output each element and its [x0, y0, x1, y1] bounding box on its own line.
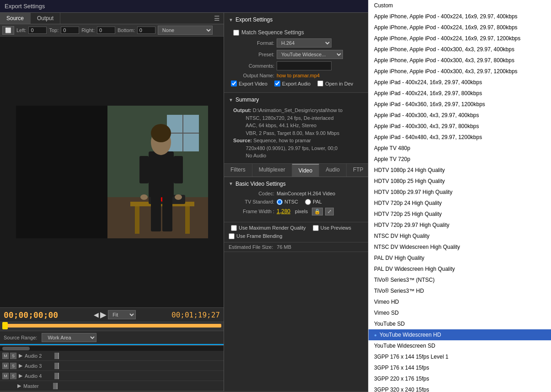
- track-row-audio2: M S ▶ Audio 2: [0, 351, 224, 361]
- preset-dropdown-item-23[interactable]: PAL DV High Quality: [369, 252, 551, 263]
- preset-dropdown-item-27[interactable]: Vimeo HD: [369, 296, 551, 307]
- track-solo-audio3[interactable]: S: [10, 363, 16, 369]
- frame-width-lock-button[interactable]: 🔒: [312, 208, 323, 215]
- preset-dropdown-item-6[interactable]: Apple iPhone, Apple iPod - 400x300, 4x3,…: [369, 66, 551, 77]
- track-label-audio3: ▶: [19, 363, 22, 369]
- preset-dropdown-item-18[interactable]: HDTV 720p 24 High Quality: [369, 198, 551, 209]
- horizontal-scrollbar[interactable]: [0, 345, 224, 351]
- preset-dropdown-item-2[interactable]: Apple iPhone, Apple iPod - 400x224, 16x9…: [369, 22, 551, 33]
- preset-dropdown-item-10[interactable]: Apple iPad - 400x300, 4x3, 29.97, 400kbp…: [369, 110, 551, 121]
- track-solo-audio2[interactable]: S: [10, 353, 16, 359]
- tab-source[interactable]: Source: [0, 13, 31, 24]
- preset-dropdown-item-5[interactable]: Apple iPhone, Apple iPod - 400x300, 4x3,…: [369, 55, 551, 66]
- top-input[interactable]: [61, 27, 79, 34]
- preset-dropdown-item-35[interactable]: 3GPP 320 x 240 15fps: [369, 384, 551, 392]
- tab-output[interactable]: Output: [31, 13, 60, 24]
- export-video-label: Export Video: [231, 81, 267, 86]
- source-info: Sequence, how to pramar: [253, 138, 311, 143]
- frame-width-value[interactable]: 1,280: [277, 208, 290, 215]
- expand-icon: ▼: [229, 17, 233, 22]
- ntsc-radio-label: NTSC: [277, 199, 298, 205]
- preset-dropdown-item-9[interactable]: Apple iPad - 640x360, 16x9, 29.97, 1200k…: [369, 99, 551, 110]
- preset-dropdown-item-30[interactable]: YouTube Widescreen HD: [369, 329, 551, 340]
- export-audio-label: Export Audio: [274, 81, 310, 86]
- track-solo-audio4[interactable]: S: [10, 373, 16, 379]
- left-input[interactable]: [28, 27, 47, 34]
- preset-dropdown-item-32[interactable]: 3GPP 176 x 144 15fps Level 1: [369, 351, 551, 362]
- crop-button[interactable]: ⬜: [2, 26, 14, 35]
- preset-dropdown-item-11[interactable]: Apple iPad - 400x300, 4x3, 29.97, 800kbp…: [369, 121, 551, 132]
- preset-dropdown-item-17[interactable]: HDTV 1080p 29.97 High Quality: [369, 187, 551, 198]
- preset-dropdown-item-3[interactable]: Apple iPhone, Apple iPod - 400x224, 16x9…: [369, 33, 551, 44]
- scrollbar-thumb[interactable]: [2, 347, 30, 350]
- tab-video[interactable]: Video: [292, 164, 319, 177]
- scrubber-row[interactable]: [0, 322, 224, 331]
- max-render-text: Use Maximum Render Quality: [239, 225, 306, 231]
- preset-dropdown[interactable]: YouTube Widesce...: [277, 50, 343, 59]
- preset-dropdown-item-7[interactable]: Apple iPad - 400x224, 16x9, 29.97, 400kb…: [369, 77, 551, 88]
- track-handle-master[interactable]: [53, 383, 58, 389]
- frame-blending-checkbox[interactable]: [229, 233, 235, 239]
- bottom-input[interactable]: [137, 27, 155, 34]
- comments-input[interactable]: [277, 61, 332, 70]
- open-in-dev-checkbox[interactable]: [317, 81, 323, 86]
- preset-dropdown-item-15[interactable]: HDTV 1080p 24 High Quality: [369, 165, 551, 176]
- tab-filters[interactable]: Filters: [224, 164, 252, 177]
- preset-dropdown-item-29[interactable]: YouTube SD: [369, 318, 551, 329]
- format-dropdown[interactable]: H.264: [277, 38, 332, 48]
- use-previews-checkbox[interactable]: [313, 225, 319, 231]
- frame-width-expand-button[interactable]: ⤢: [325, 208, 334, 215]
- track-handle-audio2[interactable]: [54, 353, 59, 359]
- panel-menu-icon[interactable]: ☰: [210, 13, 224, 24]
- preset-dropdown-item-4[interactable]: Apple iPhone, Apple iPod - 400x300, 4x3,…: [369, 44, 551, 55]
- export-video-checkbox[interactable]: [231, 81, 237, 86]
- preset-dropdown-item-14[interactable]: Apple TV 720p: [369, 154, 551, 165]
- ntsc-radio[interactable]: [277, 199, 283, 205]
- tab-multiplexer[interactable]: Multiplexer: [252, 164, 292, 177]
- window-title: Export Settings: [5, 3, 45, 10]
- export-audio-checkbox[interactable]: [274, 81, 280, 86]
- preset-dropdown-item-12[interactable]: Apple iPad - 640x480, 4x3, 29.97, 1200kb…: [369, 132, 551, 143]
- track-name-master: Master: [23, 383, 51, 389]
- max-render-checkbox[interactable]: [231, 225, 237, 231]
- preset-dropdown-item-21[interactable]: NTSC DV High Quality: [369, 231, 551, 242]
- right-input[interactable]: [97, 27, 115, 34]
- preset-dropdown-item-20[interactable]: HDTV 720p 29.97 High Quality: [369, 220, 551, 231]
- preset-dropdown-item-16[interactable]: HDTV 1080p 25 High Quality: [369, 176, 551, 187]
- track-name-audio4: Audio 4: [25, 373, 52, 379]
- none-dropdown[interactable]: None: [158, 26, 213, 35]
- pal-label: PAL: [313, 199, 322, 204]
- basic-video-expand-icon: ▼: [229, 181, 233, 186]
- preset-dropdown-item-22[interactable]: NTSC DV Widescreen High Quality: [369, 242, 551, 252]
- scrubber-track[interactable]: [2, 324, 221, 328]
- preview-area: [0, 37, 224, 307]
- preset-dropdown-item-25[interactable]: TiVo® Series3™ (NTSC): [369, 274, 551, 285]
- track-mute-audio4[interactable]: M: [2, 373, 9, 379]
- preset-dropdown-item-28[interactable]: Vimeo SD: [369, 307, 551, 318]
- output-name-link[interactable]: how to pramar.mp4: [277, 73, 320, 78]
- track-handle-audio3[interactable]: [54, 363, 59, 369]
- fit-dropdown[interactable]: Fit 25% 50% 100%: [108, 310, 136, 319]
- track-mute-audio2[interactable]: M: [2, 353, 9, 359]
- pal-radio[interactable]: [305, 199, 311, 205]
- track-mute-audio3[interactable]: M: [2, 363, 9, 369]
- preset-dropdown-item-24[interactable]: PAL DV Widescreen High Quality: [369, 263, 551, 274]
- scrubber-handle[interactable]: [2, 322, 8, 329]
- svg-point-16: [151, 124, 171, 142]
- prev-frame-button[interactable]: ◀: [94, 311, 99, 318]
- preset-dropdown-item-8[interactable]: Apple iPad - 400x224, 16x9, 29.97, 800kb…: [369, 88, 551, 99]
- preset-dropdown-item-34[interactable]: 3GPP 220 x 176 15fps: [369, 373, 551, 384]
- play-button[interactable]: ▶: [100, 310, 107, 320]
- preset-dropdown-item-31[interactable]: YouTube Widescreen SD: [369, 340, 551, 351]
- track-handle-audio4[interactable]: [54, 373, 59, 379]
- preset-dropdown-item-26[interactable]: TiVo® Series3™ HD: [369, 285, 551, 296]
- match-sequence-checkbox[interactable]: [233, 30, 239, 36]
- preset-dropdown-item-1[interactable]: Apple iPhone, Apple iPod - 400x224, 16x9…: [369, 11, 551, 22]
- tab-ftp[interactable]: FTP: [347, 164, 370, 177]
- preset-dropdown-item-33[interactable]: 3GPP 176 x 144 15fps: [369, 362, 551, 373]
- source-range-dropdown[interactable]: Work Area Entire Sequence Custom: [42, 333, 96, 342]
- preset-dropdown-item-19[interactable]: HDTV 720p 25 High Quality: [369, 209, 551, 220]
- preset-dropdown-item-0[interactable]: Custom: [369, 0, 551, 11]
- preset-dropdown-item-13[interactable]: Apple TV 480p: [369, 143, 551, 154]
- tab-audio[interactable]: Audio: [319, 164, 347, 177]
